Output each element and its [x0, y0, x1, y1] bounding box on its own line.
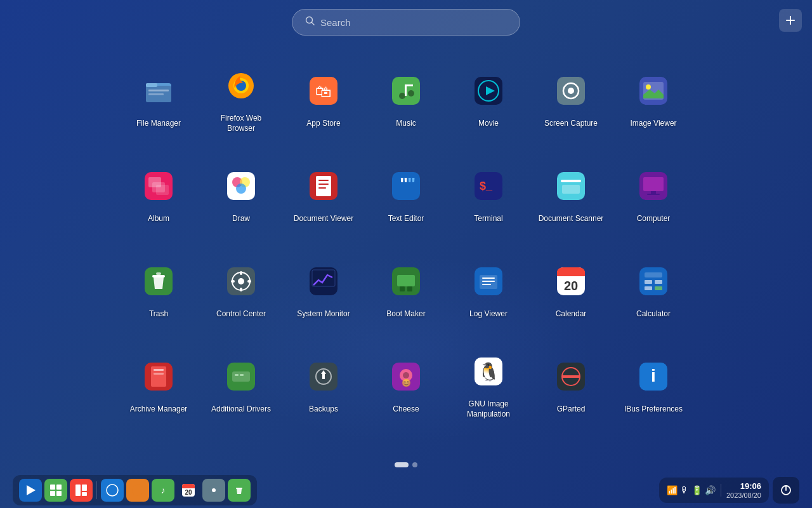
battery-icon[interactable]: 🔋: [691, 485, 702, 495]
app-label-music: Music: [396, 119, 416, 129]
taskbar-icon-cal2[interactable]: 20: [177, 479, 200, 502]
app-item-doc-scanner[interactable]: Document Scanner: [530, 146, 612, 241]
app-icon-log-viewer: [466, 258, 511, 304]
app-icon-calculator: [631, 258, 676, 304]
svg-rect-76: [557, 271, 585, 276]
app-icon-app-store: 🛍: [301, 68, 346, 114]
app-item-file-manager[interactable]: File Manager: [117, 51, 200, 146]
app-item-gimp[interactable]: 🐧GNU Image Manipulation: [447, 337, 530, 432]
svg-rect-108: [56, 485, 62, 490]
app-icon-add-drivers: [218, 354, 264, 399]
app-icon-cheese: 😊: [383, 354, 429, 399]
taskbar-icon-launcher[interactable]: [19, 479, 42, 502]
taskbar-icon-trash3[interactable]: [228, 479, 251, 502]
app-item-app-store[interactable]: 🛍App Store: [282, 51, 365, 146]
sys-date: 2023/08/20: [726, 491, 761, 499]
svg-rect-71: [482, 277, 495, 279]
svg-text:": ": [407, 174, 416, 194]
svg-rect-67: [400, 286, 405, 291]
app-icon-calendar: 20: [548, 258, 594, 304]
svg-text:i: i: [651, 366, 656, 385]
taskbar-icon-topmenu[interactable]: [101, 479, 124, 502]
app-icon-music: [383, 68, 429, 114]
app-label-firefox: Firefox Web Browser: [206, 114, 276, 133]
app-item-text-editor[interactable]: ""Text Editor: [365, 146, 447, 241]
app-item-firefox[interactable]: Firefox Web Browser: [200, 51, 282, 146]
app-item-computer[interactable]: Computer: [612, 146, 695, 241]
page-dot-2[interactable]: [412, 462, 417, 467]
app-item-archive[interactable]: Archive Manager: [117, 337, 200, 432]
svg-rect-38: [318, 180, 329, 181]
app-item-movie[interactable]: Movie: [447, 51, 530, 146]
svg-rect-110: [56, 491, 62, 496]
svg-point-58: [238, 278, 244, 284]
mic-icon[interactable]: 🎙: [680, 485, 689, 495]
volume-icon[interactable]: 🔊: [705, 485, 716, 495]
page-dot-1[interactable]: [395, 462, 409, 467]
app-item-calculator[interactable]: Calculator: [612, 241, 695, 337]
app-label-ibus: IBus Preferences: [624, 404, 683, 415]
app-item-draw[interactable]: Draw: [200, 146, 282, 241]
svg-point-115: [132, 485, 143, 496]
add-button[interactable]: [779, 9, 802, 32]
svg-rect-90: [235, 374, 239, 376]
app-item-ibus[interactable]: iIBus Preferences: [612, 337, 695, 432]
app-label-gparted: GParted: [557, 404, 586, 415]
svg-rect-6: [146, 83, 157, 87]
app-item-cheese[interactable]: 😊Cheese: [365, 337, 447, 432]
svg-rect-18: [405, 84, 413, 86]
app-item-gparted[interactable]: GParted: [530, 337, 612, 432]
app-item-log-viewer[interactable]: Log Viewer: [447, 241, 530, 337]
app-icon-ibus: i: [631, 354, 676, 399]
taskbar-icon-music3[interactable]: ♪: [152, 479, 174, 502]
app-icon-screen-capture: [548, 68, 594, 114]
wifi-icon[interactable]: 📶: [667, 485, 678, 495]
app-item-control-center[interactable]: Control Center: [200, 241, 282, 337]
svg-text:♪: ♪: [161, 485, 166, 495]
svg-rect-111: [75, 485, 81, 496]
taskbar-icon-settings2[interactable]: [202, 479, 225, 502]
app-item-calendar[interactable]: 20Calendar: [530, 241, 612, 337]
svg-rect-40: [318, 187, 326, 189]
app-item-screen-capture[interactable]: Screen Capture: [530, 51, 612, 146]
app-item-image-viewer[interactable]: Image Viewer: [612, 51, 695, 146]
app-icon-firefox: [218, 63, 264, 109]
app-label-doc-scanner: Document Scanner: [539, 214, 604, 224]
app-item-boot-maker[interactable]: Boot Maker: [365, 241, 447, 337]
app-item-doc-viewer[interactable]: Document Viewer: [282, 146, 365, 241]
app-label-album: Album: [148, 214, 169, 224]
svg-rect-103: [562, 375, 580, 378]
power-button[interactable]: [773, 477, 799, 504]
app-item-sys-monitor[interactable]: System Monitor: [282, 241, 365, 337]
svg-rect-79: [645, 272, 662, 277]
svg-rect-89: [232, 371, 250, 382]
app-icon-gparted: [548, 354, 594, 399]
svg-point-15: [399, 93, 405, 99]
main-content: Search File ManagerFirefox Web Browser🛍A…: [0, 0, 812, 508]
svg-rect-68: [407, 286, 412, 291]
app-item-add-drivers[interactable]: Additional Drivers: [200, 337, 282, 432]
svg-point-16: [408, 90, 414, 97]
app-item-trash[interactable]: Trash: [117, 241, 200, 337]
svg-text:🐧: 🐧: [478, 361, 500, 382]
sys-clock: 19:06 2023/08/20: [726, 481, 761, 499]
svg-rect-120: [182, 486, 195, 488]
svg-rect-51: [651, 191, 656, 194]
svg-point-35: [236, 184, 246, 194]
app-label-draw: Draw: [232, 214, 250, 224]
search-box[interactable]: Search: [292, 9, 520, 36]
taskbar-icon-multitask[interactable]: [70, 479, 93, 502]
app-label-sys-monitor: System Monitor: [297, 309, 350, 319]
app-item-music[interactable]: Music: [365, 51, 447, 146]
svg-rect-81: [655, 280, 662, 284]
sys-tray: 📶 🎙 🔋 🔊 19:06 2023/08/20: [659, 478, 769, 503]
app-label-boot-maker: Boot Maker: [386, 309, 425, 319]
app-item-backups[interactable]: Backups: [282, 337, 365, 432]
app-item-album[interactable]: Album: [117, 146, 200, 241]
app-item-terminal[interactable]: $_Terminal: [447, 146, 530, 241]
taskbar-icon-taskmgr[interactable]: [44, 479, 67, 502]
app-label-archive: Archive Manager: [130, 404, 188, 415]
svg-point-27: [646, 84, 651, 90]
taskbar-icon-finder2[interactable]: [126, 479, 149, 502]
taskbar: ♪20 📶 🎙 🔋 🔊 19:06 2023/08/20: [0, 472, 812, 508]
